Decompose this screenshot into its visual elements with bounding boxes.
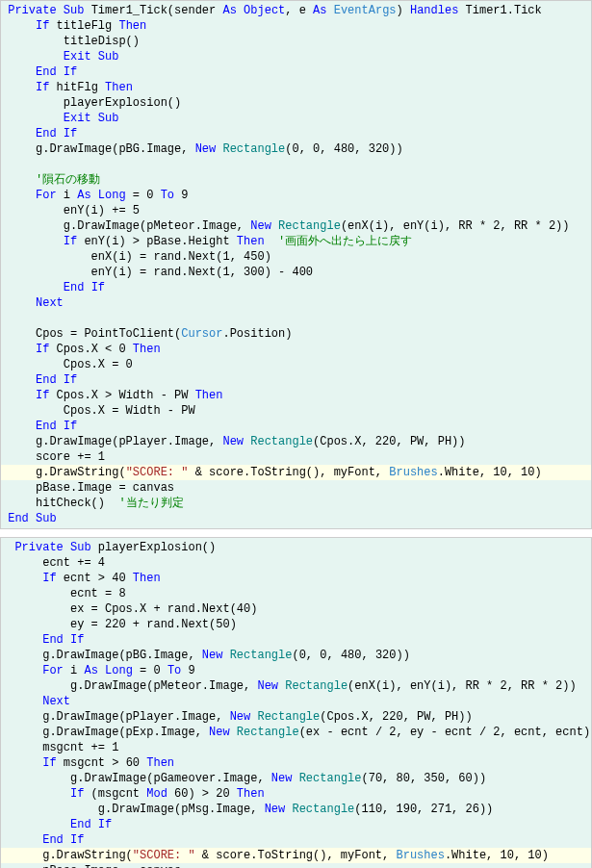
code-line: For i As Long = 0 To 9 xyxy=(1,188,591,203)
code-line: If titleFlg Then xyxy=(1,18,591,34)
code-line: g.DrawImage(pBG.Image, New Rectangle(0, … xyxy=(1,648,591,663)
code-line: If Cpos.X < 0 Then xyxy=(1,342,591,357)
code-block-2: Private Sub playerExplosion() ecnt += 4 … xyxy=(0,537,592,868)
code-line: Cpos.X = 0 xyxy=(1,357,591,372)
code-line: Next xyxy=(1,295,591,311)
code-line: End Sub xyxy=(1,511,591,526)
code-line: End If xyxy=(1,832,591,848)
code-line: End If xyxy=(1,64,591,80)
code-line: g.DrawImage(pBG.Image, New Rectangle(0, … xyxy=(1,141,591,157)
code-line: g.DrawImage(pMeteor.Image, New Rectangle… xyxy=(1,678,591,694)
code-block-1: Private Sub Timer1_Tick(sender As Object… xyxy=(0,0,592,529)
code-line: titleDisp() xyxy=(1,34,591,49)
code-line: Exit Sub xyxy=(1,111,591,126)
code-line: End If xyxy=(1,126,591,141)
code-line xyxy=(1,157,591,172)
code-line: g.DrawImage(pPlayer.Image, New Rectangle… xyxy=(1,434,591,449)
code-line: enX(i) = rand.Next(1, 450) xyxy=(1,249,591,265)
code-line: score += 1 xyxy=(1,449,591,465)
code-line: End If xyxy=(1,372,591,388)
code-line: g.DrawImage(pMeteor.Image, New Rectangle… xyxy=(1,218,591,234)
code-line: enY(i) += 5 xyxy=(1,203,591,218)
code-line: ex = Cpos.X + rand.Next(40) xyxy=(1,601,591,617)
code-line: Next xyxy=(1,694,591,709)
code-line: If hitFlg Then xyxy=(1,80,591,95)
code-line: g.DrawImage(pExp.Image, New Rectangle(ex… xyxy=(1,725,591,740)
code-line: g.DrawString("SCORE: " & score.ToString(… xyxy=(1,465,591,480)
code-line: If enY(i) > pBase.Height Then '画面外へ出たら上に… xyxy=(1,234,591,249)
code-line: End If xyxy=(1,817,591,832)
code-line: If (msgcnt Mod 60) > 20 Then xyxy=(1,786,591,802)
code-line: End If xyxy=(1,280,591,295)
code-line: g.DrawString("SCORE: " & score.ToString(… xyxy=(1,848,591,863)
code-line: If ecnt > 40 Then xyxy=(1,571,591,586)
code-line: If msgcnt > 60 Then xyxy=(1,755,591,771)
code-line: enY(i) = rand.Next(1, 300) - 400 xyxy=(1,265,591,280)
code-line: Private Sub Timer1_Tick(sender As Object… xyxy=(1,3,591,18)
code-line: Exit Sub xyxy=(1,49,591,64)
code-line: ecnt += 4 xyxy=(1,555,591,571)
code-line xyxy=(1,311,591,326)
code-line: ecnt = 8 xyxy=(1,586,591,601)
code-line: msgcnt += 1 xyxy=(1,740,591,755)
code-line: pBase.Image = canvas xyxy=(1,480,591,496)
code-line: hitCheck() '当たり判定 xyxy=(1,496,591,511)
code-line: Private Sub playerExplosion() xyxy=(1,540,591,555)
code-line: playerExplosion() xyxy=(1,95,591,111)
code-line: End If xyxy=(1,419,591,434)
code-line: '隕石の移動 xyxy=(1,172,591,188)
code-line: ey = 220 + rand.Next(50) xyxy=(1,617,591,632)
code-line: If Cpos.X > Width - PW Then xyxy=(1,388,591,403)
code-line: End If xyxy=(1,632,591,648)
code-line: Cpos.X = Width - PW xyxy=(1,403,591,419)
code-line: g.DrawImage(pMsg.Image, New Rectangle(11… xyxy=(1,802,591,817)
code-line: For i As Long = 0 To 9 xyxy=(1,663,591,678)
code-line: g.DrawImage(pPlayer.Image, New Rectangle… xyxy=(1,709,591,725)
code-line: pBase.Image = canvas xyxy=(1,863,591,868)
code-line: g.DrawImage(pGameover.Image, New Rectang… xyxy=(1,771,591,786)
code-line: Cpos = PointToClient(Cursor.Position) xyxy=(1,326,591,342)
